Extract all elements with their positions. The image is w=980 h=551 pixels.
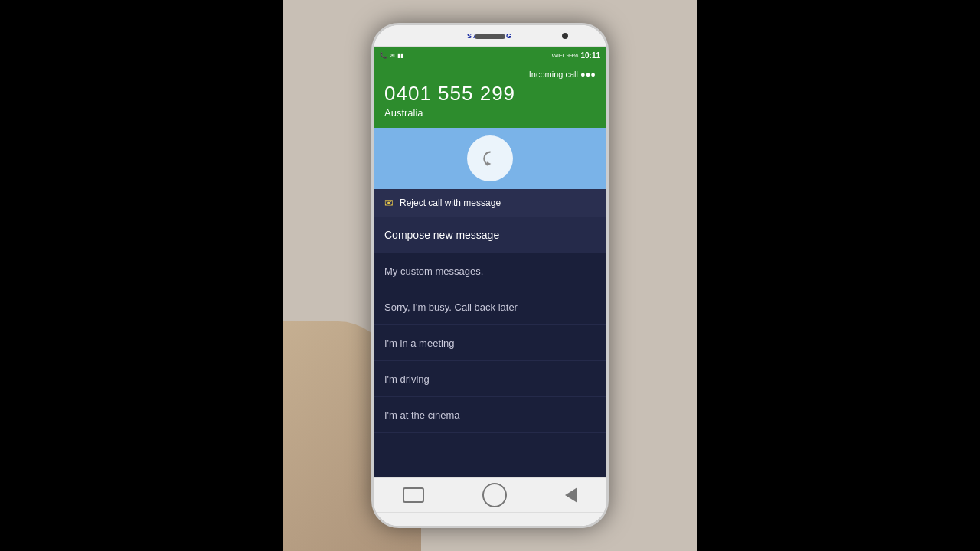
incoming-call-label: Incoming call ●●● bbox=[384, 70, 596, 79]
message-item-text-2: I'm in a meeting bbox=[384, 337, 454, 349]
svg-marker-0 bbox=[487, 161, 492, 166]
message-item-text-0: My custom messages. bbox=[384, 266, 483, 277]
caller-location: Australia bbox=[384, 107, 596, 119]
speaker-grille bbox=[475, 34, 505, 39]
right-black-bar bbox=[697, 0, 980, 551]
slide-button[interactable] bbox=[467, 135, 513, 181]
status-icons-right: WiFi 99% 10:11 bbox=[551, 51, 600, 60]
message-item-0[interactable]: My custom messages. bbox=[374, 253, 606, 289]
message-item-text-3: I'm driving bbox=[384, 373, 430, 385]
front-camera bbox=[562, 33, 568, 39]
status-time: 10:11 bbox=[580, 51, 600, 60]
incoming-call-area: Incoming call ●●● 0401 555 299 Australia bbox=[374, 64, 606, 128]
back-button[interactable] bbox=[565, 487, 577, 503]
message-item-text-4: I'm at the cinema bbox=[384, 409, 460, 421]
message-item-text-1: Sorry, I'm busy. Call back later bbox=[384, 302, 518, 313]
reject-header-text: Reject call with message bbox=[400, 197, 501, 208]
phone-bottom-bar bbox=[374, 512, 606, 526]
phone-frame: SAMSUNG 📞 ✉ ▮▮ WiFi 99% 10:11 bbox=[371, 23, 609, 528]
bottom-navigation bbox=[374, 477, 606, 512]
status-bar: 📞 ✉ ▮▮ WiFi 99% 10:11 bbox=[374, 47, 606, 64]
phone-rotate-icon bbox=[479, 148, 501, 169]
status-icons-left: 📞 ✉ ▮▮ bbox=[380, 52, 403, 59]
phone-wrapper: SAMSUNG 📞 ✉ ▮▮ WiFi 99% 10:11 bbox=[283, 0, 697, 551]
compose-new-text: Compose new message bbox=[384, 229, 499, 241]
phone-top-bar: SAMSUNG bbox=[374, 25, 606, 47]
caller-number: 0401 555 299 bbox=[384, 82, 596, 106]
phone-screen: 📞 ✉ ▮▮ WiFi 99% 10:11 Incoming call ●●● … bbox=[374, 47, 606, 477]
recent-apps-button[interactable] bbox=[403, 487, 424, 503]
message-item-4[interactable]: I'm at the cinema bbox=[374, 397, 606, 433]
message-list: My custom messages. Sorry, I'm busy. Cal… bbox=[374, 253, 606, 477]
message-item-3[interactable]: I'm driving bbox=[374, 361, 606, 397]
battery-percent: 99% bbox=[566, 52, 578, 59]
call-icon: 📞 bbox=[380, 52, 387, 59]
slide-area bbox=[374, 128, 606, 189]
signal-icon: ▮▮ bbox=[397, 52, 403, 59]
reject-header: ✉ Reject call with message bbox=[374, 189, 606, 217]
message-item-2[interactable]: I'm in a meeting bbox=[374, 325, 606, 361]
home-button[interactable] bbox=[482, 483, 507, 507]
compose-new-message[interactable]: Compose new message bbox=[374, 217, 606, 253]
reject-menu: ✉ Reject call with message Compose new m… bbox=[374, 189, 606, 477]
reject-header-icon: ✉ bbox=[384, 197, 394, 209]
message-icon: ✉ bbox=[390, 52, 395, 59]
message-item-1[interactable]: Sorry, I'm busy. Call back later bbox=[374, 289, 606, 325]
left-black-bar bbox=[0, 0, 283, 551]
wifi-icon: WiFi bbox=[551, 52, 564, 59]
